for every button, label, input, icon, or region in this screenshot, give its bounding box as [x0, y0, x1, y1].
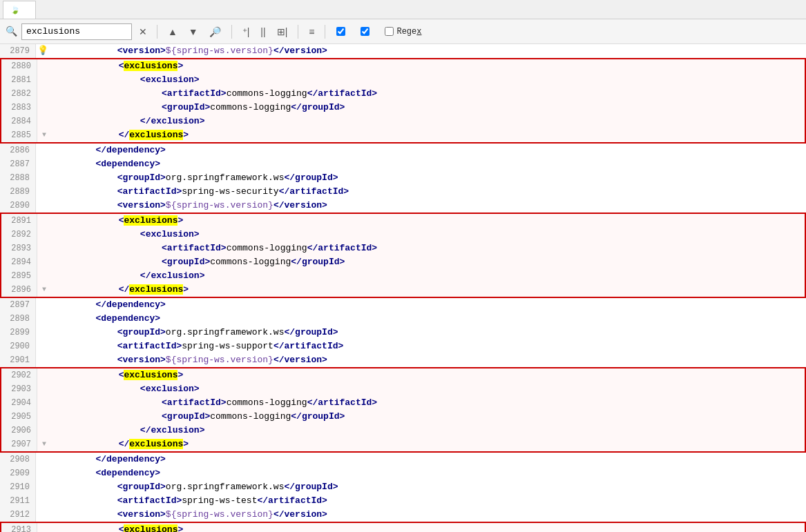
- xml-tag: </artifactId>: [274, 341, 343, 351]
- gutter-cell: [37, 115, 51, 128]
- line-code: <groupId>org.springframework.ws</groupId…: [50, 326, 806, 339]
- table-row: 2884 </exclusion>: [1, 115, 805, 128]
- table-row: 2908 </dependency>: [0, 453, 806, 466]
- fold-icon[interactable]: ▼: [42, 437, 46, 451]
- gutter-cell: ▼: [37, 128, 51, 142]
- line-number: 2898: [0, 312, 36, 326]
- line-number: 2886: [0, 144, 36, 157]
- line-number: 2899: [0, 326, 36, 339]
- multiline-button[interactable]: ⊞|: [274, 25, 291, 39]
- xml-tag: <dependency>: [95, 313, 160, 324]
- exclusions-block: 2880 <exclusions>2881 <exclusion>2882 <a…: [0, 58, 806, 144]
- line-code: <exclusion>: [51, 73, 805, 87]
- fold-icon[interactable]: ▼: [42, 283, 46, 297]
- line-number: 2879: [0, 44, 36, 58]
- table-row: 2907▼ </exclusions>: [1, 437, 805, 451]
- search-input-wrap[interactable]: [21, 23, 132, 40]
- next-match-button[interactable]: ▼: [185, 25, 202, 39]
- gutter-cell: [36, 508, 50, 522]
- find-all-button[interactable]: 🔎: [206, 25, 224, 39]
- gutter-cell: [36, 185, 50, 199]
- app-window: 🍃 🔍 ✕ ▲ ▼ 🔎 ⁺| || ⊞| ≡ Regex: [0, 0, 806, 532]
- xml-tag: <version>: [117, 200, 166, 210]
- table-row: 2898 <dependency>: [0, 312, 806, 326]
- table-row: 2895 </exclusion>: [1, 269, 805, 283]
- xml-tag: </version>: [274, 46, 327, 56]
- clear-search-button[interactable]: ✕: [136, 25, 150, 39]
- line-code: </exclusion>: [51, 269, 805, 283]
- xml-tag: </version>: [274, 200, 327, 210]
- table-row: 2887 <dependency>: [0, 157, 806, 171]
- line-code: <dependency>: [50, 466, 806, 480]
- gutter-cell: [36, 453, 50, 466]
- line-number: 2884: [1, 115, 37, 128]
- line-number: 2910: [0, 480, 36, 494]
- line-number: 2896: [1, 283, 37, 297]
- match-case-option[interactable]: [332, 26, 352, 37]
- gutter-cell: [36, 199, 50, 213]
- words-checkbox[interactable]: [361, 27, 370, 36]
- xml-var: ${spring-ws.version}: [166, 509, 274, 520]
- regex-checkbox[interactable]: [385, 27, 394, 36]
- gutter-cell: [36, 312, 50, 326]
- tab-bar: 🍃: [0, 0, 806, 19]
- xml-tag: <exclusion>: [140, 229, 200, 239]
- line-number: 2880: [1, 59, 37, 73]
- gutter-cell: [36, 480, 50, 494]
- search-highlight: exclusions: [124, 524, 177, 532]
- line-code: </exclusions>: [51, 128, 805, 142]
- prev-match-button[interactable]: ▲: [164, 25, 181, 39]
- add-occurrence-button[interactable]: ⁺|: [239, 25, 253, 39]
- line-number: 2906: [1, 424, 37, 437]
- line-code: </exclusion>: [51, 424, 805, 437]
- xml-tag: </exclusion>: [140, 116, 205, 126]
- xml-tag: </artifactId>: [257, 495, 327, 506]
- table-row: 2893 <artifactId>commons-logging</artifa…: [1, 242, 805, 255]
- match-case-checkbox[interactable]: [336, 27, 345, 36]
- table-row: 2891 <exclusions>: [1, 214, 805, 228]
- xml-tag: </groupId>: [291, 102, 345, 112]
- xml-tag: </exclusions>: [119, 284, 189, 295]
- gutter-cell: [37, 410, 51, 424]
- xml-tag: </version>: [274, 355, 327, 365]
- line-code: </dependency>: [50, 298, 806, 312]
- regex-option[interactable]: Regex: [381, 26, 425, 38]
- select-all-occurrences-button[interactable]: ||: [257, 25, 269, 39]
- gutter-cell: [36, 494, 50, 508]
- table-row: 2903 <exclusion>: [1, 382, 805, 396]
- line-code: <version>${spring-ws.version}</version>: [50, 353, 806, 367]
- table-row: 2885▼ </exclusions>: [1, 128, 805, 142]
- line-code: <artifactId>commons-logging</artifactId>: [51, 87, 805, 101]
- line-code: <artifactId>spring-ws-support</artifactI…: [50, 339, 806, 353]
- xml-tag: </artifactId>: [307, 88, 377, 99]
- line-number: 2891: [1, 214, 37, 228]
- table-row: 2890 <version>${spring-ws.version}</vers…: [0, 199, 806, 213]
- search-icon: 🔍: [6, 26, 17, 37]
- table-row: 2883 <groupId>commons-logging</groupId>: [1, 101, 805, 115]
- line-number: 2904: [1, 396, 37, 410]
- gutter-cell: [36, 466, 50, 480]
- line-number: 2909: [0, 466, 36, 480]
- search-highlight: exclusions: [124, 61, 177, 71]
- xml-tag: </exclusion>: [140, 270, 205, 281]
- file-tab[interactable]: 🍃: [3, 1, 36, 19]
- bulb-icon: 💡: [37, 44, 48, 58]
- line-number: 2903: [1, 382, 37, 396]
- line-number: 2897: [0, 298, 36, 312]
- line-code: <exclusions>: [51, 523, 805, 532]
- xml-tag: <groupId>: [162, 411, 210, 422]
- words-option[interactable]: [356, 26, 376, 37]
- fold-icon[interactable]: ▼: [42, 128, 46, 142]
- xml-tag: <exclusions>: [119, 61, 184, 71]
- table-row: 2888 <groupId>org.springframework.ws</gr…: [0, 171, 806, 185]
- line-number: 2900: [0, 339, 36, 353]
- code-scroll-area[interactable]: 2879💡 <version>${spring-ws.version}</ver…: [0, 44, 806, 532]
- line-code: <artifactId>commons-logging</artifactId>: [51, 242, 805, 255]
- search-input[interactable]: [26, 26, 109, 37]
- help-button[interactable]: [430, 30, 436, 33]
- line-number: 2907: [1, 437, 37, 451]
- exclusions-block: 2913 <exclusions>: [0, 522, 806, 532]
- xml-var: ${spring-ws.version}: [166, 200, 274, 210]
- table-row: 2894 <groupId>commons-logging</groupId>: [1, 255, 805, 269]
- filter-button[interactable]: ≡: [305, 25, 318, 39]
